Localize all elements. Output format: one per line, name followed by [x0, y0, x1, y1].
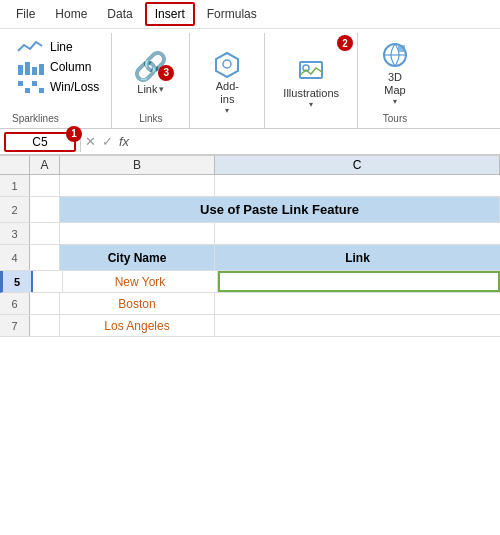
cell-a6[interactable]: [30, 293, 60, 314]
sparkline-column[interactable]: Column: [12, 57, 103, 77]
cell-c1[interactable]: [215, 175, 500, 196]
cell-a4[interactable]: [30, 245, 60, 270]
row-num-1: 1: [0, 175, 30, 196]
illustrations-icon: [297, 57, 325, 85]
table-row: 4 City Name Link: [0, 245, 500, 271]
svg-rect-6: [32, 81, 37, 86]
links-group: 🔗 Link ▾ 3 Links: [112, 33, 190, 128]
addins-icon: [213, 50, 241, 78]
links-group-label: Links: [139, 110, 162, 128]
menu-home[interactable]: Home: [47, 4, 95, 24]
cell-a2[interactable]: [30, 197, 60, 222]
cell-a3[interactable]: [30, 223, 60, 244]
svg-rect-5: [25, 88, 30, 93]
link-chevron: ▾: [159, 84, 164, 94]
link-btn-label: Link ▾: [137, 83, 164, 95]
3dmap-chevron: ▾: [393, 97, 397, 106]
menu-formulas[interactable]: Formulas: [199, 4, 265, 24]
svg-rect-4: [18, 81, 23, 86]
svg-rect-1: [25, 62, 30, 75]
spreadsheet: A B C 1 2 Use of Paste Link Feature 3 4 …: [0, 156, 500, 337]
illustrations-group: 2 Illustrations ▾: [265, 33, 358, 128]
cell-a7[interactable]: [30, 315, 60, 336]
formula-confirm[interactable]: ✓: [102, 134, 113, 149]
column-headers: A B C: [0, 156, 500, 175]
table-row: 3: [0, 223, 500, 245]
menu-data[interactable]: Data: [99, 4, 140, 24]
menu-bar: File Home Data Insert Formulas: [0, 0, 500, 29]
table-row: 6 Boston: [0, 293, 500, 315]
illustrations-badge: 2: [337, 35, 353, 51]
svg-marker-8: [216, 53, 238, 77]
svg-rect-7: [39, 88, 44, 93]
svg-rect-0: [18, 65, 23, 75]
cell-a5[interactable]: [33, 271, 63, 292]
row-num-2: 2: [0, 197, 30, 222]
link-badge: 3: [158, 65, 174, 81]
3dmap-icon: [381, 41, 409, 69]
row-num-4: 4: [0, 245, 30, 270]
addins-group: Add- ins ▾: [190, 33, 265, 128]
winloss-sparkline-icon: [16, 79, 44, 95]
tours-group-label: Tours: [383, 110, 407, 128]
cell-a1[interactable]: [30, 175, 60, 196]
table-row: 7 Los Angeles: [0, 315, 500, 337]
row-num-3: 3: [0, 223, 30, 244]
svg-rect-2: [32, 67, 37, 75]
cell-b3[interactable]: [60, 223, 215, 244]
table-row: 2 Use of Paste Link Feature: [0, 197, 500, 223]
addins-chevron: ▾: [225, 106, 229, 115]
tours-group: 3D Map ▾ Tours: [358, 33, 432, 128]
col-header-a: A: [30, 156, 60, 174]
cell-reference-box[interactable]: C5 1: [4, 132, 76, 152]
row-num-header: [0, 156, 30, 174]
col-header-c: C: [215, 156, 500, 174]
column-sparkline-icon: [16, 59, 44, 75]
ribbon-toolbar: Line Column: [0, 29, 500, 129]
cell-b4[interactable]: City Name: [60, 245, 215, 270]
title-merged-cell[interactable]: Use of Paste Link Feature: [60, 197, 500, 222]
3dmap-button[interactable]: 3D Map ▾: [370, 37, 420, 110]
line-sparkline-icon: [16, 39, 44, 55]
formula-actions: ✕ ✓ fx: [85, 134, 129, 149]
3dmap-label: 3D Map: [384, 71, 405, 97]
svg-point-9: [223, 60, 231, 68]
sparkline-winloss[interactable]: Win/Loss: [12, 77, 103, 97]
ribbon: File Home Data Insert Formulas Line: [0, 0, 500, 156]
formula-fx[interactable]: fx: [119, 134, 129, 149]
menu-file[interactable]: File: [8, 4, 43, 24]
cell-c7[interactable]: [215, 315, 500, 336]
sparkline-line-label: Line: [50, 40, 73, 54]
menu-insert[interactable]: Insert: [145, 2, 195, 26]
svg-rect-3: [39, 64, 44, 75]
link-button[interactable]: 🔗 Link ▾ 3: [124, 48, 177, 100]
cell-ref-text: C5: [32, 135, 47, 149]
cell-ref-badge: 1: [66, 126, 82, 142]
cell-c4[interactable]: Link: [215, 245, 500, 270]
cell-b6[interactable]: Boston: [60, 293, 215, 314]
cell-c6[interactable]: [215, 293, 500, 314]
table-row: 1: [0, 175, 500, 197]
sparklines-group-label: Sparklines: [12, 110, 59, 128]
sparkline-column-label: Column: [50, 60, 91, 74]
formula-bar: C5 1 ✕ ✓ fx: [0, 129, 500, 155]
sparkline-line[interactable]: Line: [12, 37, 103, 57]
cell-b7[interactable]: Los Angeles: [60, 315, 215, 336]
col-header-b: B: [60, 156, 215, 174]
illustrations-button[interactable]: Illustrations ▾: [277, 53, 345, 113]
cell-c3[interactable]: [215, 223, 500, 244]
row-num-6: 6: [0, 293, 30, 314]
formula-cancel[interactable]: ✕: [85, 134, 96, 149]
addins-button[interactable]: Add- ins ▾: [202, 46, 252, 119]
cell-b1[interactable]: [60, 175, 215, 196]
cell-c5[interactable]: [218, 271, 500, 292]
sparklines-group: Line Column: [8, 33, 112, 128]
illustrations-label: Illustrations: [283, 87, 339, 100]
row-num-7: 7: [0, 315, 30, 336]
sparkline-winloss-label: Win/Loss: [50, 80, 99, 94]
addins-label: Add- ins: [216, 80, 239, 106]
table-row: 5 New York: [0, 271, 500, 293]
illustrations-chevron: ▾: [309, 100, 313, 109]
row-num-5: 5: [3, 271, 33, 292]
cell-b5[interactable]: New York: [63, 271, 218, 292]
